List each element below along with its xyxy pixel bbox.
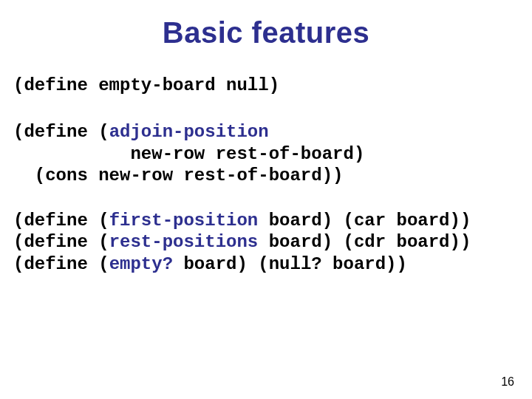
code-block-3: (define (first-position board) (car boar… (13, 210, 519, 275)
code-block-1: (define empty-board null) (13, 75, 519, 96)
code-area: (define empty-board null) (define (adjoi… (0, 54, 532, 275)
slide: Basic features (define empty-board null)… (0, 0, 532, 399)
code-text: board) (car board)) (258, 211, 471, 231)
code-block-2: (define (adjoin-position new-row rest-of… (13, 121, 519, 186)
code-line: (define empty-board null) (13, 75, 279, 95)
page-number: 16 (501, 375, 514, 389)
code-text: (define ( (13, 122, 109, 142)
slide-title: Basic features (0, 0, 532, 54)
code-text: (define ( (13, 254, 109, 274)
code-text: board) (cdr board)) (258, 232, 471, 252)
code-text: board) (null? board)) (173, 254, 407, 274)
code-text: (define ( (13, 211, 109, 231)
function-name: rest-positions (109, 232, 259, 252)
code-line: (cons new-row rest-of-board)) (13, 166, 343, 185)
function-name: adjoin-position (109, 122, 269, 142)
function-name: first-position (109, 211, 259, 231)
function-name: empty? (109, 254, 173, 274)
code-line: new-row rest-of-board) (13, 144, 364, 164)
code-text: (define ( (13, 232, 109, 252)
